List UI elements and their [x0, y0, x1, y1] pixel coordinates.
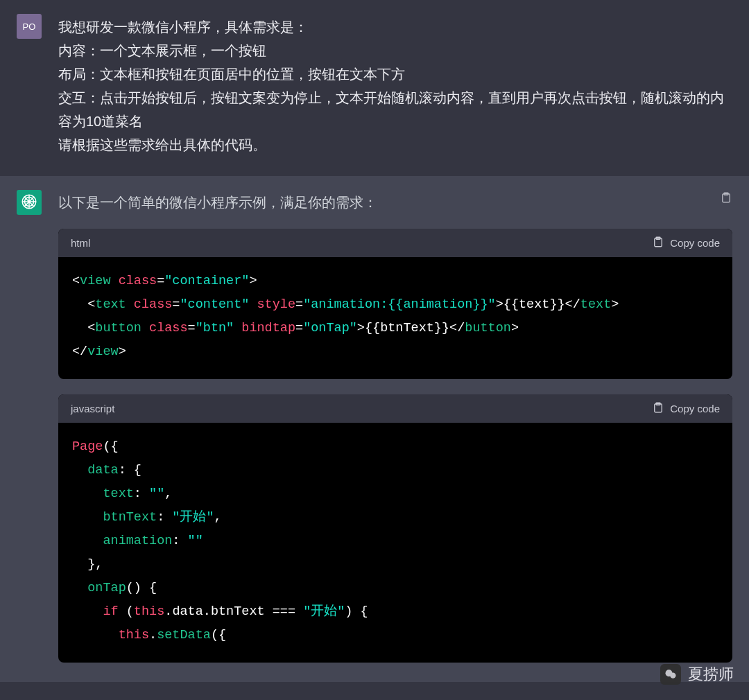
- code-header: javascript Copy code: [58, 394, 732, 423]
- openai-logo-icon: [20, 193, 38, 213]
- copy-response-icon[interactable]: [720, 191, 732, 207]
- assistant-avatar: [17, 190, 42, 215]
- user-avatar: PO: [17, 14, 42, 39]
- code-block-html: html Copy code <view class="container"> …: [58, 229, 732, 379]
- assistant-message: 以下是一个简单的微信小程序示例，满足你的需求： html Copy code <…: [0, 176, 749, 682]
- code-block-javascript: javascript Copy code Page({ data: { text…: [58, 394, 732, 663]
- code-content: <view class="container"> <text class="co…: [58, 257, 732, 379]
- clipboard-icon: [652, 401, 664, 416]
- code-language-label: javascript: [71, 403, 114, 414]
- code-header: html Copy code: [58, 229, 732, 257]
- assistant-intro-text: 以下是一个简单的微信小程序示例，满足你的需求：: [58, 191, 377, 213]
- copy-code-label: Copy code: [670, 237, 720, 249]
- clipboard-icon: [652, 236, 664, 250]
- copy-code-button[interactable]: Copy code: [652, 236, 720, 250]
- user-message-text: 我想研发一款微信小程序，具体需求是： 内容：一个文本展示框，一个按钮 布局：文本…: [58, 15, 732, 157]
- code-language-label: html: [71, 237, 90, 249]
- user-message: PO 我想研发一款微信小程序，具体需求是： 内容：一个文本展示框，一个按钮 布局…: [0, 0, 749, 176]
- copy-code-label: Copy code: [670, 403, 720, 414]
- copy-code-button[interactable]: Copy code: [652, 401, 720, 416]
- code-content: Page({ data: { text: "", btnText: "开始", …: [58, 423, 732, 663]
